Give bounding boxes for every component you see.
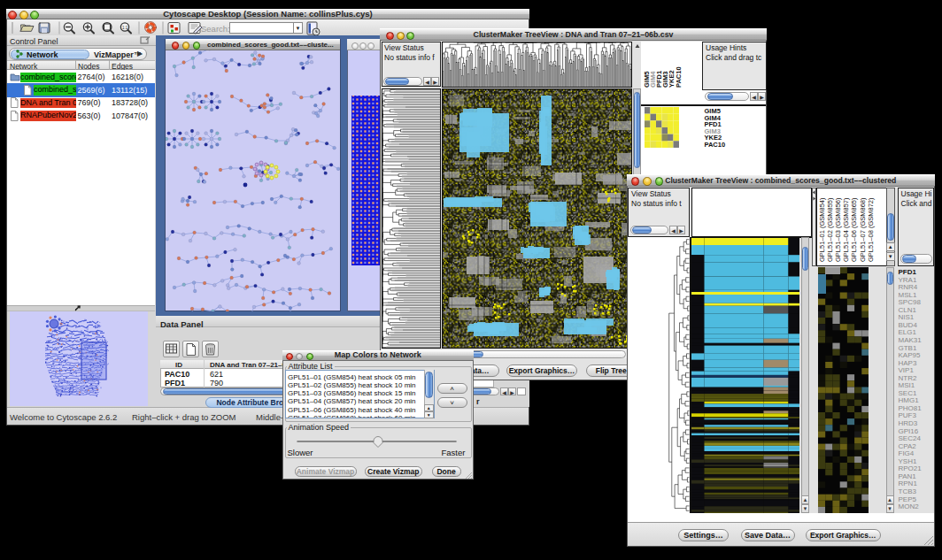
svg-text:1:1: 1:1 <box>122 26 128 30</box>
